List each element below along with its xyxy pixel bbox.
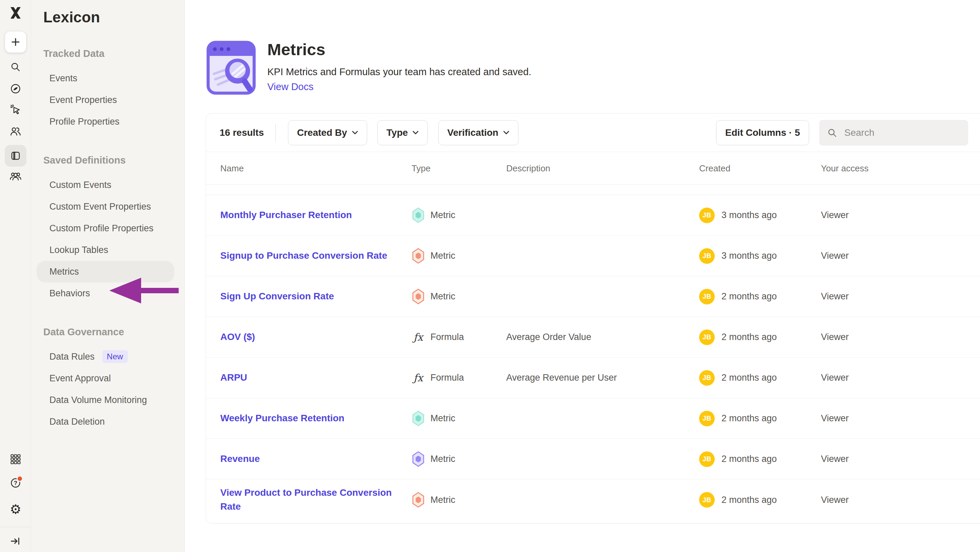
metric-name-link[interactable]: Signup to Purchase Conversion Rate: [220, 249, 402, 263]
sidebar-sections: Tracked Data EventsEvent PropertiesProfi…: [31, 48, 185, 432]
avatar: JB: [699, 451, 715, 467]
sidebar-item-label: Custom Profile Properties: [49, 223, 154, 234]
access-level: Viewer: [821, 454, 849, 464]
sidebar-item-custom-events[interactable]: Custom Events: [31, 174, 185, 196]
rail-divider: [0, 527, 31, 527]
filter-button-verification[interactable]: Verification: [438, 120, 519, 145]
type-label: Formula: [430, 332, 464, 342]
access-level: Viewer: [821, 210, 849, 220]
search-box[interactable]: [819, 120, 968, 146]
chevron-down-icon: [503, 131, 509, 135]
created-time: 2 months ago: [721, 373, 777, 383]
table-row: Sign Up Conversion Rate Metric JB 2 mont…: [206, 276, 980, 317]
hexagon-teal-metric-icon: [412, 207, 425, 223]
avatar: JB: [699, 411, 715, 426]
user-group-icon[interactable]: [10, 170, 22, 182]
hexagon-orange-metric-icon: [412, 289, 425, 305]
compass-icon[interactable]: [10, 83, 22, 95]
results-count: 16 results: [220, 127, 264, 138]
sidebar-section: Data Governance Data RulesNewEvent Appro…: [31, 327, 185, 432]
sidebar-item-events[interactable]: Events: [31, 67, 185, 89]
sidebar-item-label: Event Properties: [49, 95, 117, 105]
filter-label: Type: [387, 127, 408, 138]
edit-columns-button[interactable]: Edit Columns · 5: [716, 120, 809, 145]
sidebar-section: Saved Definitions Custom EventsCustom Ev…: [31, 155, 185, 304]
sidebar-item-custom-profile-properties[interactable]: Custom Profile Properties: [31, 217, 185, 239]
icon-rail: ? ⚙: [0, 0, 31, 552]
table-row: Signup to Purchase Conversion Rate Metri…: [206, 236, 980, 276]
avatar: JB: [699, 370, 715, 386]
grid-apps-icon[interactable]: [10, 453, 22, 465]
sidebar-item-event-approval[interactable]: Event Approval: [31, 367, 185, 389]
sidebar-item-label: Lookup Tables: [49, 245, 108, 255]
metric-name-link[interactable]: Sign Up Conversion Rate: [220, 290, 349, 303]
filter-button-type[interactable]: Type: [377, 120, 428, 145]
svg-text:?: ?: [14, 480, 17, 486]
users-icon[interactable]: [10, 125, 22, 137]
sidebar-item-lookup-tables[interactable]: Lookup Tables: [31, 239, 185, 261]
sidebar-item-data-deletion[interactable]: Data Deletion: [31, 411, 185, 432]
created-time: 2 months ago: [721, 413, 777, 424]
sidebar-item-data-volume-monitoring[interactable]: Data Volume Monitoring: [31, 389, 185, 411]
metric-name-link[interactable]: AOV ($): [220, 330, 270, 344]
avatar: JB: [699, 207, 715, 223]
collapse-right-icon[interactable]: [10, 535, 22, 547]
sidebar-item-label: Profile Properties: [49, 116, 119, 127]
access-level: Viewer: [821, 495, 849, 505]
sidebar-item-label: Custom Events: [49, 180, 111, 190]
type-label: Metric: [430, 210, 455, 220]
sidebar-section: Tracked Data EventsEvent PropertiesProfi…: [31, 48, 185, 132]
avatar: JB: [699, 248, 715, 264]
sidebar-item-label: Behaviors: [49, 288, 90, 299]
access-level: Viewer: [821, 250, 849, 261]
description-text: Average Order Value: [506, 332, 591, 342]
table-header-row: NameTypeDescriptionCreatedYour access: [206, 152, 980, 185]
mixpanel-logo-icon: [8, 5, 23, 20]
filter-button-created-by[interactable]: Created By: [288, 120, 367, 145]
sidebar-item-metrics[interactable]: Metrics: [37, 261, 174, 282]
view-docs-link[interactable]: View Docs: [267, 81, 313, 93]
created-time: 3 months ago: [721, 210, 777, 220]
new-badge: New: [102, 350, 128, 363]
hexagon-purple-metric-icon: [412, 451, 425, 467]
lexicon-panel-button[interactable]: [5, 145, 26, 167]
sidebar-item-data-rules[interactable]: Data RulesNew: [31, 346, 185, 367]
sidebar: Lexicon Tracked Data EventsEvent Propert…: [31, 0, 185, 552]
metric-name-link[interactable]: Weekly Purchase Retention: [220, 412, 360, 425]
metric-name-link[interactable]: ARPU: [220, 371, 262, 385]
sidebar-item-custom-event-properties[interactable]: Custom Event Properties: [31, 196, 185, 217]
chevron-down-icon: [352, 131, 358, 135]
type-label: Metric: [430, 495, 455, 505]
search-icon: [827, 127, 838, 138]
chevron-down-icon: [412, 131, 418, 135]
main-content: Metrics KPI Metrics and Formulas your te…: [185, 0, 980, 552]
sidebar-item-profile-properties[interactable]: Profile Properties: [31, 111, 185, 132]
sidebar-item-behaviors[interactable]: Behaviors: [31, 282, 185, 304]
metric-name-link[interactable]: Revenue: [220, 452, 275, 466]
gear-icon[interactable]: ⚙: [10, 503, 22, 515]
help-icon[interactable]: ?: [10, 477, 22, 489]
access-level: Viewer: [821, 413, 849, 424]
sidebar-item-label: Custom Event Properties: [49, 201, 151, 212]
filter-buttons: Created By Type Verification: [288, 120, 527, 145]
table-toolbar: 16 results Created By Type Verification …: [206, 113, 980, 152]
metrics-illustration-icon: [207, 41, 256, 95]
sidebar-item-event-properties[interactable]: Event Properties: [31, 89, 185, 111]
created-time: 2 months ago: [721, 495, 777, 505]
cursor-click-icon[interactable]: [10, 104, 22, 116]
table-row: ARPU ƒx Formula Average Revenue per User…: [206, 357, 980, 398]
created-time: 2 months ago: [721, 332, 777, 342]
access-level: Viewer: [821, 291, 849, 302]
plus-icon: [10, 36, 22, 48]
search-icon[interactable]: [10, 61, 22, 73]
created-time: 3 months ago: [721, 250, 777, 261]
new-report-button[interactable]: [5, 31, 26, 53]
search-input[interactable]: [844, 127, 961, 139]
column-header-name: Name: [220, 163, 412, 174]
type-label: Formula: [430, 373, 464, 383]
sidebar-section-label: Data Governance: [31, 327, 185, 338]
metric-name-link[interactable]: View Product to Purchase Conversion Rate: [220, 486, 412, 514]
table-row: AOV ($) ƒx Formula Average Order Value J…: [206, 317, 980, 357]
table-row: Revenue Metric JB 2 months ago Viewer: [206, 439, 980, 480]
metric-name-link[interactable]: Monthly Purchaser Retention: [220, 208, 367, 222]
